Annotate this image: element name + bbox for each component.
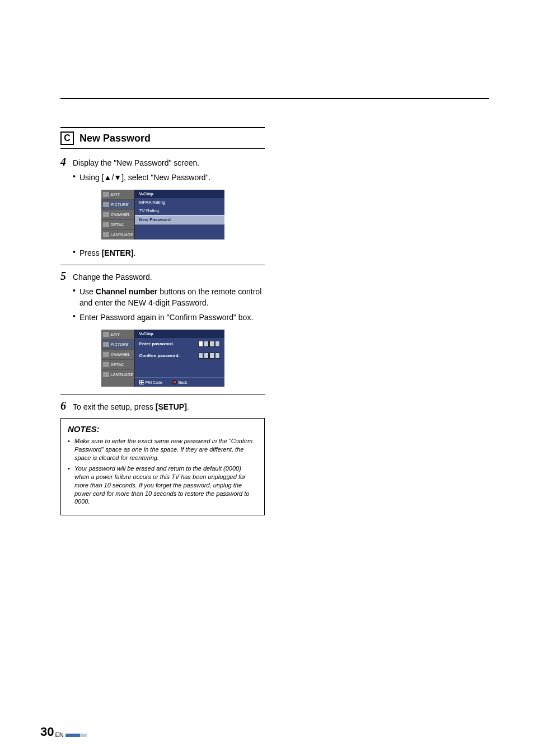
- password-boxes-2: [198, 353, 220, 359]
- step-4: 4 Display the "New Password" screen.: [60, 156, 265, 168]
- notes-title: NOTES:: [68, 424, 257, 434]
- osd-nav-exit-2: EXIT: [101, 330, 134, 340]
- osd-title-1: V-Chip: [135, 190, 224, 198]
- osd-nav-channel: CHANNEL: [101, 210, 134, 220]
- osd-nav-language-2: LANGUAGE: [101, 370, 134, 379]
- notes-item-1: • Make sure to enter the exact same new …: [68, 437, 257, 462]
- step-4-text: Display the "New Password" screen.: [73, 158, 265, 167]
- step-6-number: 6: [60, 400, 69, 412]
- osd-panel-2: V-Chip Enter password. Confirm password.…: [135, 330, 224, 387]
- osd-nav: EXIT PICTURE CHANNEL DETAIL LANGUAGE: [101, 190, 135, 240]
- password-boxes-1: [198, 341, 220, 347]
- osd-row-newpassword: New Password: [135, 215, 224, 224]
- osd-title-2: V-Chip: [135, 330, 224, 338]
- osd-nav-language: LANGUAGE: [101, 230, 134, 240]
- osd-nav-detail: DETAIL: [101, 220, 134, 230]
- disc-icon: [172, 380, 177, 384]
- step-4-bullet-2: • Press [ENTER].: [73, 247, 265, 259]
- step-5-number: 5: [60, 270, 69, 283]
- osd-panel-1: V-Chip MPAA Rating TV Rating New Passwor…: [135, 190, 224, 240]
- osd-footer-pincode: PIN Code: [139, 380, 162, 384]
- osd-screenshot-2: EXIT PICTURE CHANNEL DETAIL LANGUAGE V-C…: [101, 330, 224, 387]
- osd-footer: PIN Code Back: [135, 377, 224, 387]
- section-header: C New Password: [60, 127, 265, 149]
- step-4-number: 4: [60, 156, 69, 168]
- step-4-bullet-1: • Using [▲/▼], select "New Password".: [73, 172, 265, 183]
- osd-confirm-password: Confirm password.: [135, 350, 224, 361]
- divider-2: [60, 395, 265, 395]
- osd-nav-channel-2: CHANNEL: [101, 350, 134, 360]
- step-6-text: To exit the setup, press [SETUP].: [73, 402, 265, 411]
- osd-nav-detail-2: DETAIL: [101, 360, 134, 370]
- osd-enter-password: Enter password.: [135, 338, 224, 350]
- grid-icon: [139, 380, 144, 384]
- step-5-text: Change the Password.: [73, 273, 265, 281]
- osd-nav-2: EXIT PICTURE CHANNEL DETAIL LANGUAGE: [101, 330, 135, 387]
- step-6: 6 To exit the setup, press [SETUP].: [60, 400, 265, 412]
- page-number: 30 EN: [40, 725, 87, 739]
- page-bar-icon: [65, 734, 80, 737]
- osd-row-tvrating: TV Rating: [135, 206, 224, 215]
- section-letter: C: [60, 132, 74, 145]
- step-5: 5 Change the Password.: [60, 270, 265, 283]
- osd-nav-exit: EXIT: [101, 190, 134, 200]
- notes-box: NOTES: • Make sure to enter the exact sa…: [60, 418, 265, 515]
- osd-nav-picture-2: PICTURE: [101, 340, 134, 350]
- osd-row-mpaa: MPAA Rating: [135, 198, 224, 206]
- step-5-bullet-2: • Enter Password again in "Confirm Passw…: [73, 312, 265, 323]
- top-divider: [60, 98, 489, 99]
- osd-nav-picture: PICTURE: [101, 200, 134, 210]
- divider: [60, 265, 265, 265]
- step-5-bullet-1: • Use Channel number buttons on the remo…: [73, 286, 265, 309]
- osd-footer-back: Back: [172, 380, 188, 384]
- page-bar-icon-2: [80, 734, 87, 737]
- notes-item-2: • Your password will be erased and retur…: [68, 464, 257, 506]
- section-title: New Password: [79, 133, 151, 144]
- osd-screenshot-1: EXIT PICTURE CHANNEL DETAIL LANGUAGE V-C…: [101, 190, 224, 240]
